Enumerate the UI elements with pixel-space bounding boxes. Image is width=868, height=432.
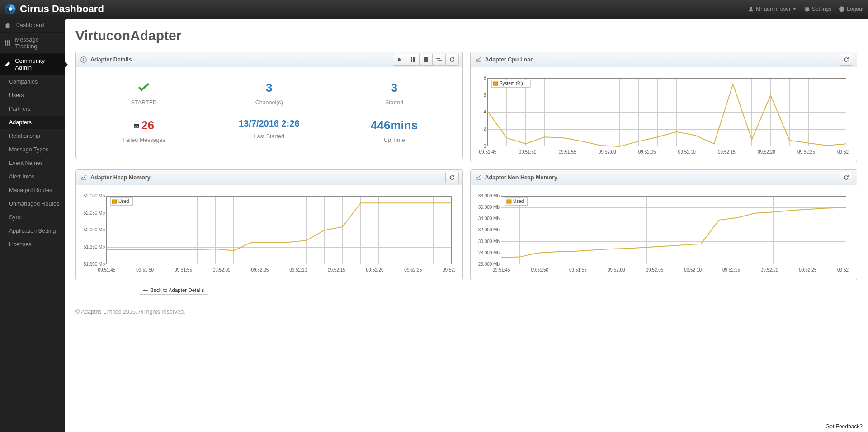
svg-text:09:52:15: 09:52:15 (722, 268, 740, 272)
stat-started: 3 Started (332, 81, 457, 106)
svg-text:09:52:20: 09:52:20 (366, 268, 384, 272)
sidebar-sub-item[interactable]: Adapters (0, 116, 65, 129)
stat-failed[interactable]: ✉26 Failed Messages (81, 118, 207, 143)
sidebar-sub-item[interactable]: Event Names (0, 156, 65, 170)
caret-down-icon: ▼ (793, 7, 797, 11)
svg-text:30.000 Mb: 30.000 Mb (478, 239, 500, 244)
svg-text:Used: Used (118, 199, 129, 204)
svg-text:09:52:00: 09:52:00 (598, 150, 616, 155)
panel-title: Adapter Cpu Load (485, 56, 840, 63)
svg-text:52.000 Mb: 52.000 Mb (84, 228, 105, 233)
svg-text:09:52:30: 09:52:30 (443, 268, 455, 272)
stat-status: STARTED (81, 81, 207, 106)
svg-text:51.900 Mb: 51.900 Mb (84, 262, 105, 267)
sidebar-sub-item[interactable]: Relationship (0, 129, 65, 143)
panel-title: Adapter Heap Memory (90, 174, 446, 181)
play-button[interactable] (393, 54, 406, 66)
stop-button[interactable] (419, 54, 433, 66)
sidebar-sub-item[interactable]: Application Setting (0, 224, 65, 238)
sidebar-item-message-tracking[interactable]: Message Tracking (0, 33, 65, 54)
refresh-button[interactable] (840, 172, 853, 183)
svg-rect-5 (411, 57, 412, 62)
pause-button[interactable] (406, 54, 420, 66)
svg-text:09:52:05: 09:52:05 (251, 268, 269, 272)
info-icon (80, 56, 87, 63)
sidebar-sub-item[interactable]: Users (0, 89, 65, 102)
refresh-icon (844, 57, 849, 62)
svg-rect-6 (413, 57, 415, 62)
svg-text:09:52:25: 09:52:25 (799, 268, 816, 272)
user-menu[interactable]: Mr admin user ▼ (748, 6, 797, 12)
sidebar-sub-item[interactable]: Licenses (0, 238, 65, 251)
user-icon (748, 6, 754, 12)
logout-link[interactable]: Logout (839, 6, 863, 12)
sidebar-item-dashboard[interactable]: Dashboard (0, 18, 65, 33)
svg-text:09:51:55: 09:51:55 (558, 150, 576, 155)
logout-label: Logout (847, 6, 863, 12)
user-label: Mr admin user (756, 6, 791, 12)
svg-text:09:51:50: 09:51:50 (531, 268, 548, 272)
svg-text:34.000 Mb: 34.000 Mb (478, 216, 500, 221)
main-content: VirtuconAdapter Adapter Details (65, 19, 868, 432)
sidebar-sub-item[interactable]: Sync (0, 211, 65, 224)
refresh-button[interactable] (445, 54, 459, 66)
sidebar-sub-item[interactable]: Companies (0, 75, 65, 89)
svg-text:09:52:15: 09:52:15 (717, 150, 735, 155)
svg-text:36.000 Mb: 36.000 Mb (478, 205, 500, 210)
feedback-tab[interactable]: Got Feedback? (820, 421, 868, 432)
top-navbar: Cirrus Dashboard Mr admin user ▼ Setting… (0, 0, 868, 18)
refresh-button[interactable] (445, 172, 459, 183)
sidebar-sub-item[interactable]: Alert Infos (0, 170, 65, 183)
svg-text:4: 4 (483, 110, 486, 115)
pause-icon (410, 57, 415, 62)
svg-text:Used: Used (513, 199, 523, 204)
svg-point-1 (9, 7, 12, 10)
heap-chart: 51.900 Mb51.950 Mb52.000 Mb52.050 Mb52.1… (81, 193, 455, 273)
svg-rect-142 (506, 200, 511, 203)
svg-text:09:51:45: 09:51:45 (98, 268, 116, 272)
sidebar-sub-item[interactable]: Unmanaged Routes (0, 197, 65, 211)
svg-text:0: 0 (483, 144, 486, 149)
stat-channels: 3 Channel(s) (207, 81, 332, 106)
settings-link[interactable]: Settings (804, 6, 831, 12)
svg-text:09:52:25: 09:52:25 (404, 268, 422, 272)
page-title: VirtuconAdapter (75, 28, 857, 43)
sidebar-item-community-admin[interactable]: Community Admin (0, 54, 65, 75)
refresh-button[interactable] (840, 54, 853, 66)
svg-rect-50 (493, 82, 497, 85)
svg-rect-94 (112, 200, 117, 203)
footer-text: © Adaptris Limited 2016. All rights rese… (75, 309, 857, 326)
svg-text:09:51:45: 09:51:45 (479, 150, 496, 155)
brand-text: Cirrus Dashboard (20, 3, 104, 15)
chart-icon (80, 174, 87, 181)
active-caret-icon (65, 61, 68, 68)
panel-nonheap-memory: Adapter Non Heap Memory 26.000 Mb28.000 … (470, 169, 858, 280)
sidebar-sub-item[interactable]: Managed Routes (0, 183, 65, 197)
svg-text:09:51:45: 09:51:45 (492, 268, 510, 272)
brand: Cirrus Dashboard (5, 3, 104, 15)
svg-text:09:51:55: 09:51:55 (175, 268, 192, 272)
svg-text:09:52:30: 09:52:30 (837, 268, 849, 272)
panel-heap-memory: Adapter Heap Memory 51.900 Mb51.950 Mb52… (75, 169, 463, 280)
svg-text:26.000 Mb: 26.000 Mb (478, 262, 500, 267)
stat-uptime: 446mins Up Time (332, 118, 457, 143)
sidebar-sub-item[interactable]: Partners (0, 102, 65, 116)
sidebar-sub-item[interactable]: Message Types (0, 143, 65, 156)
chart-icon (475, 56, 481, 63)
svg-text:38.000 Mb: 38.000 Mb (478, 193, 500, 198)
swap-button[interactable] (432, 54, 446, 66)
svg-text:09:52:10: 09:52:10 (678, 150, 695, 155)
settings-label: Settings (812, 6, 831, 12)
play-icon (397, 57, 402, 62)
svg-text:System (%): System (%) (499, 81, 523, 86)
svg-text:28.000 Mb: 28.000 Mb (478, 250, 500, 255)
refresh-icon (449, 175, 455, 180)
svg-text:09:52:05: 09:52:05 (638, 150, 656, 155)
svg-text:09:52:20: 09:52:20 (760, 268, 778, 272)
svg-text:09:52:00: 09:52:00 (607, 268, 625, 272)
stop-icon (424, 57, 428, 62)
svg-text:09:51:50: 09:51:50 (519, 150, 536, 155)
svg-point-3 (83, 58, 84, 59)
back-button[interactable]: 🡐 Back to Adapter Details (139, 286, 208, 295)
svg-text:09:52:20: 09:52:20 (757, 150, 775, 155)
